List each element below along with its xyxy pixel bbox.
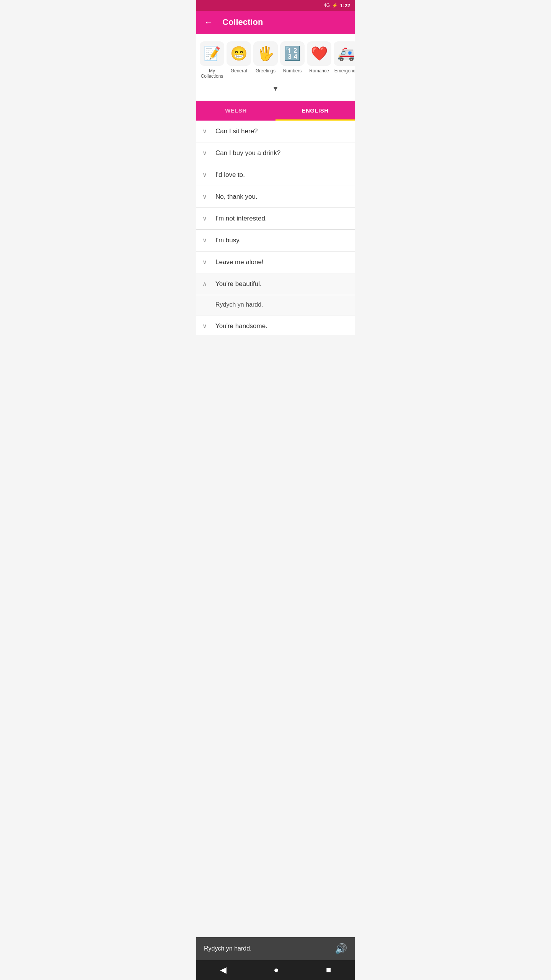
page-title: Collection	[222, 17, 263, 27]
category-item-general[interactable]: 😁 General	[225, 40, 252, 75]
category-icon-emergency: 🚑	[334, 41, 355, 66]
phrase-chevron-2: ∨	[202, 149, 210, 157]
phrase-text-8: You're beautiful.	[215, 280, 262, 288]
category-item-greetings[interactable]: 🖐 Greetings	[252, 40, 279, 75]
category-row: 📝 My Collections 😁 General 🖐 Greetings 🔢…	[196, 40, 355, 81]
phrase-text-3: I'd love to.	[215, 171, 245, 179]
phrase-chevron-1: ∨	[202, 127, 210, 135]
back-button[interactable]: ←	[202, 15, 215, 29]
battery-icon: ⚡	[332, 3, 338, 8]
category-section: 📝 My Collections 😁 General 🖐 Greetings 🔢…	[196, 34, 355, 101]
phrase-text-7: Leave me alone!	[215, 258, 264, 266]
tab-english[interactable]: ENGLISH	[276, 101, 355, 121]
phrase-list: ∨ Can I sit here? ∨ Can I buy you a drin…	[196, 121, 355, 335]
phrase-list-container[interactable]: ∨ Can I sit here? ∨ Can I buy you a drin…	[196, 121, 355, 335]
category-item-emergency[interactable]: 🚑 Emergency	[333, 40, 355, 75]
category-icon-greetings: 🖐	[253, 41, 278, 66]
phrase-text-9: You're handsome.	[215, 322, 267, 330]
phrase-chevron-7: ∨	[202, 258, 210, 266]
phrase-text-1: Can I sit here?	[215, 127, 258, 135]
phrase-chevron-5: ∨	[202, 215, 210, 222]
phrase-row-7[interactable]: ∨ Leave me alone!	[196, 252, 355, 273]
category-icon-numbers: 🔢	[280, 41, 305, 66]
tab-label-welsh: WELSH	[225, 107, 247, 114]
phrase-text-5: I'm not interested.	[215, 215, 267, 222]
category-label-emergency: Emergency	[334, 68, 355, 74]
category-label-romance: Romance	[309, 68, 329, 74]
category-label-my-collections: My Collections	[201, 68, 223, 79]
category-icon-romance: ❤️	[307, 41, 331, 66]
phrase-chevron-6: ∨	[202, 237, 210, 244]
category-icon-my-collections: 📝	[200, 41, 224, 66]
signal-icon: 4G	[324, 3, 330, 8]
time-display: 1:22	[340, 3, 350, 8]
category-label-numbers: Numbers	[283, 68, 302, 74]
phrase-text-6: I'm busy.	[215, 237, 241, 244]
translation-row-8: Rydych yn hardd.	[196, 295, 355, 315]
phrase-text-4: No, thank you.	[215, 193, 258, 201]
category-item-romance[interactable]: ❤️ Romance	[306, 40, 333, 75]
category-label-greetings: Greetings	[256, 68, 276, 74]
phrase-row-4[interactable]: ∨ No, thank you.	[196, 186, 355, 208]
tab-label-english: ENGLISH	[302, 107, 328, 114]
phrase-chevron-3: ∨	[202, 171, 210, 178]
status-bar: 4G ⚡ 1:22	[196, 0, 355, 11]
translation-text-8: Rydych yn hardd.	[215, 301, 263, 308]
tab-welsh[interactable]: WELSH	[196, 101, 276, 121]
category-item-my-collections[interactable]: 📝 My Collections	[199, 40, 225, 81]
phrase-row-6[interactable]: ∨ I'm busy.	[196, 230, 355, 252]
phrase-row-9[interactable]: ∨ You're handsome.	[196, 315, 355, 335]
app-bar: ← Collection	[196, 11, 355, 34]
phrase-row-1[interactable]: ∨ Can I sit here?	[196, 121, 355, 142]
phrase-row-2[interactable]: ∨ Can I buy you a drink?	[196, 142, 355, 164]
phrase-chevron-8: ∧	[202, 280, 210, 287]
phrase-chevron-4: ∨	[202, 193, 210, 200]
phrase-row-8[interactable]: ∧ You're beautiful.	[196, 273, 355, 295]
phrase-row-3[interactable]: ∨ I'd love to.	[196, 164, 355, 186]
category-icon-general: 😁	[227, 41, 251, 66]
category-label-general: General	[231, 68, 247, 74]
expand-row: ▾	[196, 81, 355, 98]
expand-chevron-icon[interactable]: ▾	[274, 84, 277, 93]
category-item-numbers[interactable]: 🔢 Numbers	[279, 40, 306, 75]
phrase-row-5[interactable]: ∨ I'm not interested.	[196, 208, 355, 230]
phrase-chevron-9: ∨	[202, 322, 210, 330]
phrase-text-2: Can I buy you a drink?	[215, 149, 280, 157]
tab-bar: WELSHENGLISH	[196, 101, 355, 121]
